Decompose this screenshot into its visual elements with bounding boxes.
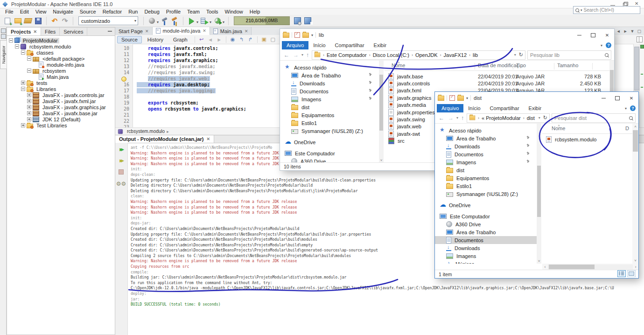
tree-item[interactable]: Libraries: [8, 86, 115, 92]
sidebar-scrollbar[interactable]: ˅: [379, 61, 384, 163]
menu-edit[interactable]: Edit: [17, 9, 32, 14]
editor-tab-start-page[interactable]: Start Page✕: [115, 27, 153, 35]
close-tab-icon[interactable]: ✕: [207, 137, 210, 141]
close-tab-icon[interactable]: ✕: [245, 29, 248, 34]
open-project-icon[interactable]: [23, 16, 33, 26]
customize-qat-icon[interactable]: ▾: [311, 33, 313, 37]
tree-toggle-icon[interactable]: [21, 81, 25, 85]
scroll-down-icon[interactable]: ˅: [537, 259, 541, 263]
scroll-down-icon[interactable]: ˅: [379, 158, 384, 162]
dropdown-caret-icon[interactable]: ▾: [210, 20, 211, 24]
tree-item[interactable]: <default package>: [8, 56, 115, 62]
new-folder-icon[interactable]: [302, 33, 309, 38]
filelist-hscrollbar[interactable]: ‹›: [542, 264, 638, 270]
tree-toggle-icon[interactable]: [27, 69, 31, 73]
sidebar-item[interactable]: OneDrive: [280, 138, 379, 146]
tree-toggle-icon[interactable]: [27, 99, 31, 103]
sidebar-item[interactable]: Acesso rápido: [435, 126, 537, 134]
tab-services[interactable]: Services: [60, 28, 87, 35]
menu-run[interactable]: Run: [125, 9, 141, 14]
close-tab-icon[interactable]: ✕: [203, 28, 206, 33]
explorer-titlebar[interactable]: ▾lib: [280, 29, 614, 41]
tree-item[interactable]: JavaFX - javafx.controls.jar: [8, 92, 115, 98]
output-tab[interactable]: Output - ProjetoModular (clean,jar) ✕: [115, 135, 214, 143]
scroll-left-icon[interactable]: ‹: [542, 265, 548, 269]
sidebar-item[interactable]: Sysmanager (\\USL28) (Z:): [280, 127, 379, 135]
tree-item[interactable]: ProjetoModular: [8, 37, 115, 43]
new-file-icon[interactable]: [3, 16, 12, 26]
tree-item[interactable]: Main.java: [8, 74, 115, 80]
tab-files[interactable]: Files: [41, 28, 60, 35]
close-icon[interactable]: [600, 29, 614, 41]
help-icon[interactable]: ?: [606, 42, 611, 48]
minimize-panel-icon[interactable]: [108, 29, 112, 33]
sidebar-item[interactable]: Imagens: [435, 252, 537, 260]
memory-meter[interactable]: 210,0/369,0MB: [234, 16, 290, 25]
refresh-icon[interactable]: ↻: [519, 52, 523, 58]
up-icon[interactable]: ↑: [305, 52, 310, 58]
last-edit-icon[interactable]: ↩: [198, 36, 205, 42]
sidebar-item[interactable]: Documentos: [280, 87, 379, 95]
refresh-icon[interactable]: ↻: [543, 115, 547, 121]
customize-qat-icon[interactable]: ▾: [466, 96, 468, 100]
tree-item[interactable]: module-info.java: [8, 62, 115, 68]
undo-icon[interactable]: ↶: [50, 16, 59, 26]
menu-source[interactable]: Source: [77, 9, 99, 14]
forward-icon[interactable]: →: [447, 115, 455, 121]
menu-navigate[interactable]: Navigate: [49, 9, 76, 14]
sidebar-item[interactable]: Área de Trabalho: [435, 228, 537, 236]
column-header-3[interactable]: Tamanho: [557, 63, 578, 68]
ribbon-tab-início[interactable]: Início: [463, 104, 485, 112]
profiler-threads-icon[interactable]: [303, 16, 312, 26]
sidebar-item[interactable]: Acesso rápido: [280, 63, 379, 71]
tree-toggle-icon[interactable]: [27, 117, 31, 121]
column-header-2[interactable]: Tipo: [516, 63, 526, 68]
new-project-icon[interactable]: [13, 16, 22, 26]
ide-search-box[interactable]: ▾ Search (Ctrl+I): [573, 6, 640, 14]
breadcrumb-item[interactable]: Disco Local (C:): [373, 52, 409, 58]
menu-refactor[interactable]: Refactor: [99, 9, 126, 14]
address-dropdown-icon[interactable]: ▾: [539, 116, 540, 120]
scroll-down-icon[interactable]: ˅: [632, 258, 638, 263]
sidebar-item[interactable]: dist: [280, 103, 379, 111]
breadcrumb-item[interactable]: JavaFX12: [444, 52, 467, 58]
back-icon[interactable]: ←: [438, 115, 445, 121]
address-box[interactable]: ›Este Computador›Disco Local (C:)›OpenJD…: [312, 50, 525, 60]
folder-properties-icon[interactable]: [294, 32, 300, 38]
recent-locations-icon[interactable]: ▾: [456, 116, 458, 120]
forward-icon[interactable]: →: [292, 52, 300, 58]
close-tab-icon[interactable]: ✕: [33, 29, 37, 34]
breadcrumb-label[interactable]: rcbsystem.modulo: [127, 129, 165, 134]
tree-toggle-icon[interactable]: [21, 87, 25, 91]
back-icon[interactable]: ←: [283, 52, 290, 58]
rerun-build-icon[interactable]: ▸▸: [117, 146, 125, 153]
view-graph-button[interactable]: Graph: [169, 36, 192, 43]
tree-item[interactable]: JavaFX - javafx.graphics.jar: [8, 104, 115, 110]
tree-toggle-icon[interactable]: [15, 44, 19, 49]
tree-toggle-icon[interactable]: [27, 56, 31, 61]
menu-view[interactable]: View: [32, 9, 50, 14]
scroll-right-icon[interactable]: ›: [633, 265, 638, 269]
tree-item[interactable]: rcbsystem: [8, 68, 115, 74]
debug-project-icon[interactable]: [200, 16, 209, 26]
tree-item[interactable]: JavaFX - javafx.base.jar: [8, 110, 115, 116]
rerun-with-options-icon[interactable]: ▸▸: [117, 157, 125, 164]
tree-item[interactable]: tests: [8, 80, 115, 86]
filelist-vscrollbar[interactable]: ˄˅: [632, 124, 638, 264]
clean-build-project-icon[interactable]: [170, 16, 180, 26]
window-group-icon-2[interactable]: [1, 34, 6, 39]
sidebar-item[interactable]: Equipamentos: [280, 111, 379, 119]
sidebar-item[interactable]: Downloads: [435, 142, 537, 150]
ribbon-tab-arquivo[interactable]: Arquivo: [437, 104, 463, 112]
split-editor-icon[interactable]: [637, 36, 643, 42]
address-box[interactable]: ›«ProjetoModular›dist▾↻: [467, 113, 550, 123]
sidebar-item[interactable]: Imagens: [280, 95, 379, 103]
sidebar-item[interactable]: Este Computador: [280, 149, 379, 157]
maximize-icon[interactable]: [586, 29, 600, 41]
expand-ribbon-icon[interactable]: ▾: [625, 106, 627, 111]
close-tab-icon[interactable]: ✕: [145, 29, 149, 34]
breadcrumb-item[interactable]: OpenJDK: [415, 52, 438, 58]
tree-toggle-icon[interactable]: [27, 105, 31, 109]
address-dropdown-icon[interactable]: ▾: [514, 53, 516, 57]
rectangular-selection-icon[interactable]: ▢: [269, 36, 277, 42]
